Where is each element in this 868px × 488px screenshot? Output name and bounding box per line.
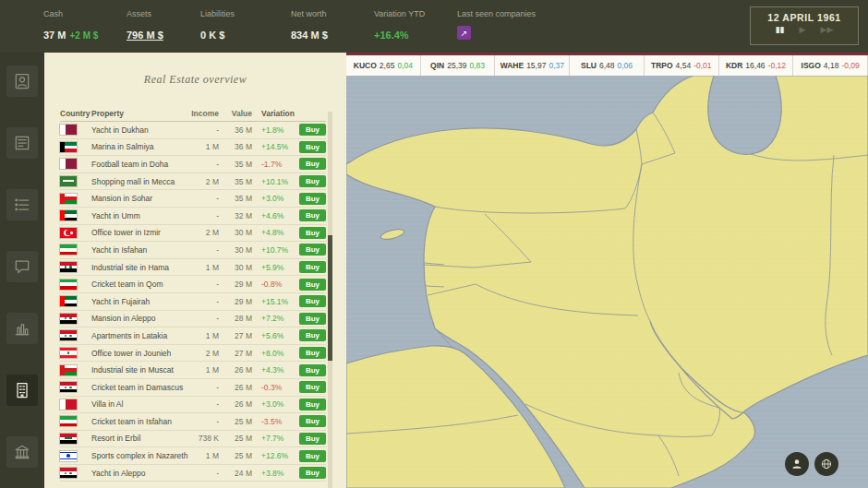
stat-value: 0 K $	[200, 30, 224, 41]
stat-value[interactable]: 796 M $	[127, 30, 163, 41]
stat-assets: Assets796 M $	[127, 9, 163, 42]
uae-flag-icon	[60, 296, 77, 306]
buy-cell: Buy	[296, 141, 326, 153]
stat-label: Liabilities	[200, 9, 235, 18]
sidebar-item-bank[interactable]	[6, 436, 38, 468]
flag-cell	[60, 280, 91, 290]
bank-icon	[13, 443, 31, 461]
variation-value: -0.8%	[252, 280, 296, 289]
buy-button[interactable]: Buy	[299, 175, 326, 187]
buy-button[interactable]: Buy	[299, 450, 326, 462]
buy-button[interactable]: Buy	[299, 279, 326, 291]
map[interactable]	[346, 76, 868, 488]
buy-button[interactable]: Buy	[299, 227, 326, 239]
income-value: 738 K	[191, 434, 219, 443]
sidebar-item-news[interactable]	[6, 127, 38, 159]
income-value: -	[191, 125, 219, 135]
pause-button[interactable]: ▮▮	[776, 26, 785, 34]
buy-cell: Buy	[296, 467, 326, 479]
stat-value-row: +16.4%	[374, 26, 425, 42]
scrollbar-track[interactable]	[328, 112, 332, 488]
ticker-qin[interactable]: QIN25,390,83	[421, 55, 496, 76]
buy-cell: Buy	[296, 347, 326, 359]
property-name: Industrial site in Muscat	[91, 365, 191, 375]
flag-cell	[60, 399, 91, 410]
buy-button[interactable]: Buy	[299, 158, 326, 170]
stat-cash: Cash37 M+2 M $	[43, 9, 98, 42]
column-header-property: Property	[91, 109, 191, 118]
sidebar-item-messages[interactable]	[6, 251, 38, 282]
buy-button[interactable]: Buy	[299, 244, 326, 256]
income-value: -	[191, 160, 219, 169]
sidebar-item-contracts[interactable]	[6, 189, 38, 220]
table-row: Cricket team in Damascus-26 M-0.3%Buy	[60, 379, 326, 397]
panel-title: Real Estate overview	[44, 53, 346, 87]
value-amount: 26 M	[219, 399, 252, 409]
stat-variation-ytd: Variation YTD+16.4%	[374, 9, 425, 42]
map-area: KUCO2,650,04QIN25,390,83WAHE15,970,37SLU…	[346, 53, 868, 488]
table-row: Mansion in Sohar-35 M+3.0%Buy	[60, 190, 326, 208]
buy-button[interactable]: Buy	[299, 347, 326, 359]
sidebar-item-markets[interactable]	[6, 313, 38, 344]
building-icon	[13, 381, 31, 399]
property-name: Resort in Erbil	[91, 434, 191, 443]
flag-cell	[60, 468, 91, 478]
ticker-isgo[interactable]: ISGO4,18-0,09	[793, 55, 868, 76]
news-icon	[13, 134, 31, 152]
buy-button[interactable]: Buy	[299, 261, 326, 273]
iraq-flag-icon	[60, 434, 77, 444]
income-value: 1 M	[191, 365, 219, 375]
flag-cell	[60, 244, 91, 255]
variation-value: +4.8%	[252, 228, 296, 237]
buy-button[interactable]: Buy	[299, 193, 326, 205]
ticker-trpo[interactable]: TRPO4,54-0,01	[645, 55, 719, 76]
play-button[interactable]: ▶	[800, 26, 806, 34]
buy-cell: Buy	[296, 158, 326, 170]
ticker-change: 0,04	[397, 61, 413, 70]
buy-button[interactable]: Buy	[299, 381, 326, 393]
table-row: Yacht in Aleppo-24 M+3.8%Buy	[60, 465, 326, 482]
ticker-price: 15,97	[526, 61, 546, 70]
person-headset-icon	[790, 458, 803, 470]
buy-button[interactable]: Buy	[299, 415, 326, 427]
variation-value: +10.7%	[252, 245, 296, 255]
last-seen-companies-button[interactable]: ↗	[457, 26, 471, 40]
buy-button[interactable]: Buy	[299, 313, 326, 325]
ticker-wahe[interactable]: WAHE15,970,37	[495, 55, 570, 76]
buy-button[interactable]: Buy	[299, 141, 326, 153]
syria-flag-icon	[60, 382, 77, 392]
variation-value: -0.3%	[252, 383, 296, 392]
table-row: Marina in Salmiya1 M36 M+14.5%Buy	[60, 139, 326, 157]
buy-button[interactable]: Buy	[299, 295, 326, 307]
sidebar-item-profile[interactable]	[6, 65, 38, 97]
buy-button[interactable]: Buy	[299, 209, 326, 221]
stat-label: Variation YTD	[374, 9, 425, 18]
buy-button[interactable]: Buy	[299, 329, 326, 341]
table-row: Mansion in Aleppo-28 M+7.2%Buy	[60, 311, 326, 328]
property-name: Sports complex in Nazareth	[91, 451, 191, 460]
fast-forward-button[interactable]: ▶▶	[820, 26, 833, 34]
value-amount: 36 M	[219, 125, 252, 135]
buy-button[interactable]: Buy	[299, 399, 326, 411]
buy-button[interactable]: Buy	[299, 467, 326, 479]
flag-cell	[60, 194, 91, 204]
income-value: 1 M	[191, 331, 219, 340]
property-name: Yacht in Umm	[91, 211, 191, 220]
buy-button[interactable]: Buy	[299, 124, 326, 136]
property-name: Office tower in Izmir	[91, 228, 191, 237]
stat-liabilities: Liabilities0 K $	[200, 9, 235, 42]
sidebar-item-real-estate[interactable]	[6, 375, 38, 406]
ticker-kdr[interactable]: KDR16,46-0,12	[719, 55, 794, 76]
buy-button[interactable]: Buy	[299, 364, 326, 376]
sidebar	[0, 53, 44, 488]
globe-button[interactable]	[814, 452, 838, 476]
scrollbar-thumb[interactable]	[328, 235, 332, 361]
value-amount: 26 M	[219, 365, 252, 375]
list-icon	[13, 196, 31, 214]
portrait-icon	[13, 72, 31, 90]
ticker-slu[interactable]: SLU6,480,06	[570, 55, 645, 76]
property-name: Yacht in Fujairah	[91, 297, 191, 306]
ticker-kuco[interactable]: KUCO2,650,04	[346, 55, 421, 76]
buy-button[interactable]: Buy	[299, 433, 326, 445]
support-button[interactable]	[785, 452, 809, 476]
